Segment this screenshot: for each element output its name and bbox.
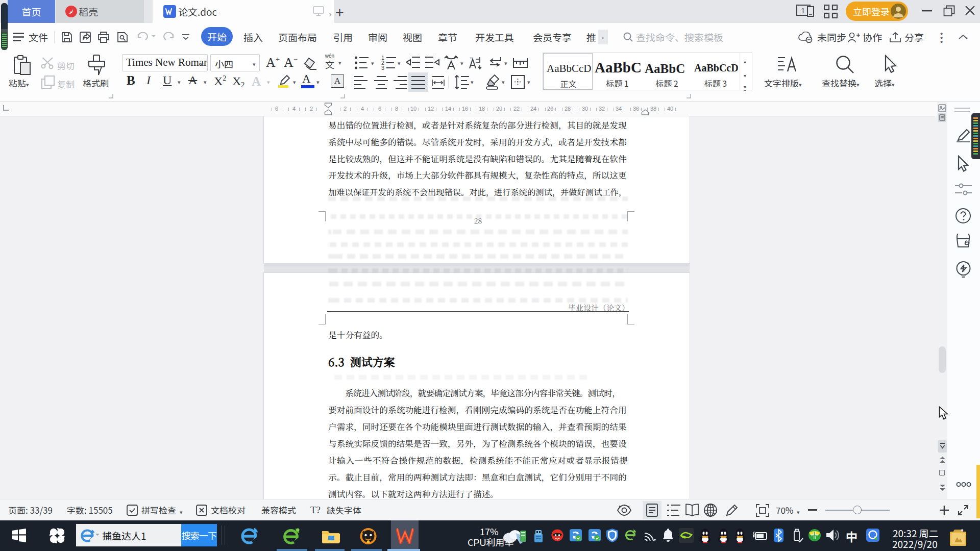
svg-text:1: 1 xyxy=(801,6,805,15)
